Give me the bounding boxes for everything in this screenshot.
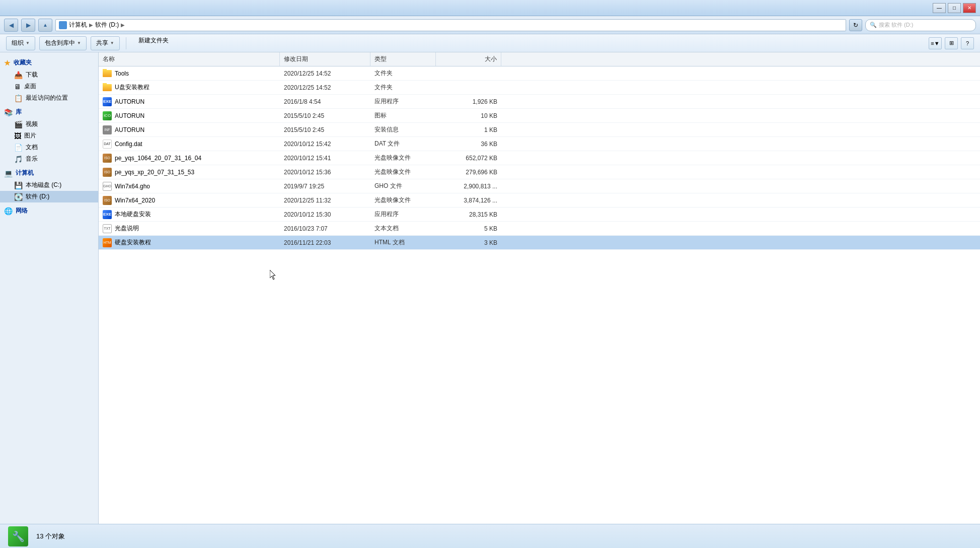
sidebar-header-library[interactable]: 📚 库	[0, 106, 98, 118]
sidebar-item-music[interactable]: 🎵 音乐	[0, 153, 98, 165]
sidebar-header-computer[interactable]: 💻 计算机	[0, 167, 98, 179]
sidebar-section-network: 🌐 网络	[0, 204, 98, 217]
sidebar-header-favorites[interactable]: ★ 收藏夹	[0, 56, 98, 69]
forward-button[interactable]: ▶	[21, 19, 35, 32]
file-name: Win7x64_2020	[115, 197, 155, 204]
table-row[interactable]: U盘安装教程 2020/12/25 14:52 文件夹	[99, 81, 980, 95]
sidebar-section-computer: 💻 计算机 💾 本地磁盘 (C:) 💽 软件 (D:)	[0, 167, 98, 202]
col-header-date[interactable]: 修改日期	[280, 52, 370, 66]
search-box[interactable]: 🔍 搜索 软件 (D:)	[865, 19, 976, 31]
include-library-button[interactable]: 包含到库中 ▼	[39, 36, 87, 50]
sidebar-item-drive-c[interactable]: 💾 本地磁盘 (C:)	[0, 179, 98, 191]
file-name: Tools	[115, 70, 129, 77]
new-folder-button[interactable]: 新建文件夹	[132, 36, 175, 50]
file-type-cell: 光盘映像文件	[370, 168, 436, 176]
document-icon: 📄	[14, 144, 23, 152]
back-button[interactable]: ◀	[4, 19, 18, 32]
minimize-button[interactable]: —	[933, 3, 946, 13]
file-date-cell: 2020/10/12 15:30	[280, 211, 370, 218]
file-date-cell: 2015/5/10 2:45	[280, 112, 370, 119]
file-name: 硬盘安装教程	[115, 238, 151, 247]
file-type-cell: 文本文档	[370, 224, 436, 233]
file-icon: EXE	[103, 97, 112, 106]
refresh-button[interactable]: ↻	[849, 19, 862, 31]
desktop-label: 桌面	[24, 82, 36, 91]
sidebar-item-drive-d[interactable]: 💽 软件 (D:)	[0, 191, 98, 202]
file-name: Config.dat	[115, 141, 142, 148]
status-app-icon: 🔧	[8, 526, 28, 546]
maximize-button[interactable]: □	[948, 3, 961, 13]
file-date-cell: 2016/11/21 22:03	[280, 239, 370, 246]
share-button[interactable]: 共享 ▼	[91, 36, 120, 50]
file-type-cell: 应用程序	[370, 97, 436, 106]
help-button[interactable]: ?	[961, 37, 974, 49]
col-header-type[interactable]: 类型	[370, 52, 436, 66]
file-name-cell: ISO pe_yqs_xp_20_07_31_15_53	[99, 168, 280, 177]
file-icon: ICO	[103, 111, 112, 120]
file-name: Win7x64.gho	[115, 183, 150, 190]
table-row[interactable]: EXE AUTORUN 2016/1/8 4:54 应用程序 1,926 KB	[99, 95, 980, 109]
file-size-cell: 36 KB	[436, 141, 501, 148]
window-controls: — □ ✕	[933, 3, 976, 13]
table-row[interactable]: TXT 光盘说明 2016/10/23 7:07 文本文档 5 KB	[99, 222, 980, 236]
share-label: 共享	[96, 39, 108, 47]
video-label: 视频	[26, 120, 38, 128]
picture-icon: 🖼	[14, 132, 21, 140]
file-date-cell: 2016/10/23 7:07	[280, 225, 370, 232]
new-folder-label: 新建文件夹	[138, 37, 169, 44]
breadcrumb-computer[interactable]: 计算机	[69, 21, 87, 29]
close-button[interactable]: ✕	[963, 3, 976, 13]
table-row[interactable]: ICO AUTORUN 2015/5/10 2:45 图标 10 KB	[99, 109, 980, 123]
sidebar-item-recent[interactable]: 📋 最近访问的位置	[0, 92, 98, 104]
file-name-cell: EXE 本地硬盘安装	[99, 210, 280, 219]
sidebar-item-video[interactable]: 🎬 视频	[0, 118, 98, 130]
file-size-cell: 1,926 KB	[436, 98, 501, 105]
file-name-cell: TXT 光盘说明	[99, 224, 280, 233]
preview-pane-button[interactable]: ⊞	[945, 37, 958, 49]
col-header-size[interactable]: 大小	[436, 52, 501, 66]
file-type-cell: 图标	[370, 111, 436, 120]
sidebar-header-network[interactable]: 🌐 网络	[0, 204, 98, 217]
drive-d-icon: 💽	[14, 193, 23, 201]
breadcrumb-pc-icon	[59, 21, 67, 29]
sidebar-item-picture[interactable]: 🖼 图片	[0, 130, 98, 142]
favorites-label: 收藏夹	[14, 58, 32, 67]
computer-icon: 💻	[4, 169, 13, 177]
toolbar: 组织 ▼ 包含到库中 ▼ 共享 ▼ 新建文件夹 ≡▼ ⊞ ?	[0, 34, 980, 52]
file-date-cell: 2020/10/12 15:41	[280, 155, 370, 162]
sidebar-item-document[interactable]: 📄 文档	[0, 142, 98, 153]
download-icon: 📥	[14, 71, 23, 79]
file-date-cell: 2020/12/25 11:32	[280, 197, 370, 204]
file-size-cell: 5 KB	[436, 225, 501, 232]
table-row[interactable]: GHO Win7x64.gho 2019/9/7 19:25 GHO 文件 2,…	[99, 179, 980, 193]
file-icon	[103, 69, 112, 78]
organize-button[interactable]: 组织 ▼	[6, 36, 35, 50]
file-icon: TXT	[103, 224, 112, 233]
breadcrumb-drive[interactable]: 软件 (D:)	[95, 21, 119, 29]
title-bar: — □ ✕	[0, 0, 980, 16]
table-row[interactable]: ISO pe_yqs_xp_20_07_31_15_53 2020/10/12 …	[99, 165, 980, 179]
file-icon: INF	[103, 125, 112, 134]
sidebar-item-desktop[interactable]: 🖥 桌面	[0, 81, 98, 92]
file-type-cell: 安装信息	[370, 125, 436, 134]
file-name: AUTORUN	[115, 98, 144, 105]
table-row[interactable]: Tools 2020/12/25 14:52 文件夹	[99, 66, 980, 81]
table-row[interactable]: ISO pe_yqs_1064_20_07_31_16_04 2020/10/1…	[99, 151, 980, 165]
recent-label: 最近访问的位置	[26, 94, 68, 102]
table-row[interactable]: HTM 硬盘安装教程 2016/11/21 22:03 HTML 文档 3 KB	[99, 236, 980, 250]
breadcrumb-bar[interactable]: 计算机 ▶ 软件 (D:) ▶	[55, 19, 846, 31]
file-date-cell: 2020/12/25 14:52	[280, 70, 370, 77]
up-button[interactable]: ▲	[38, 19, 52, 32]
table-row[interactable]: EXE 本地硬盘安装 2020/10/12 15:30 应用程序 28,315 …	[99, 208, 980, 222]
col-header-name[interactable]: 名称	[99, 52, 280, 66]
file-date-cell: 2019/9/7 19:25	[280, 183, 370, 190]
table-row[interactable]: ISO Win7x64_2020 2020/12/25 11:32 光盘映像文件…	[99, 193, 980, 208]
table-row[interactable]: DAT Config.dat 2020/10/12 15:42 DAT 文件 3…	[99, 137, 980, 151]
file-type-cell: GHO 文件	[370, 182, 436, 190]
desktop-icon: 🖥	[14, 83, 21, 91]
file-name: pe_yqs_xp_20_07_31_15_53	[115, 169, 194, 176]
view-toggle-button[interactable]: ≡▼	[929, 37, 942, 49]
table-row[interactable]: INF AUTORUN 2015/5/10 2:45 安装信息 1 KB	[99, 123, 980, 137]
sidebar-item-download[interactable]: 📥 下载	[0, 69, 98, 81]
computer-label: 计算机	[16, 169, 34, 177]
